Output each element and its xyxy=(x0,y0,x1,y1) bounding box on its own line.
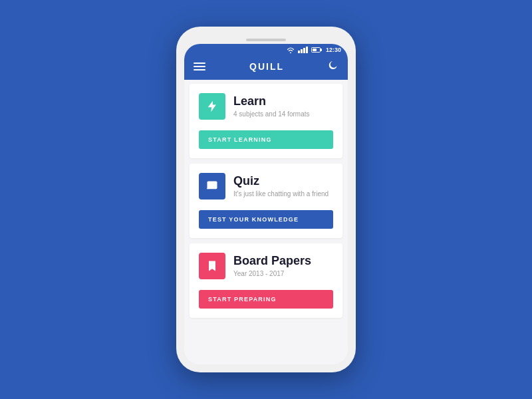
quiz-card: Quiz It's just like chatting with a frie… xyxy=(190,164,342,238)
learn-title: Learn xyxy=(233,95,310,108)
bookmark-icon xyxy=(205,259,219,273)
test-knowledge-button[interactable]: TEST YOUR KNOWLEDGE xyxy=(199,210,333,229)
app-title: QUILL xyxy=(249,61,284,72)
status-time: 12:30 xyxy=(326,47,341,53)
learn-subtitle: 4 subjects and 14 formats xyxy=(233,110,310,118)
board-papers-subtitle: Year 2013 - 2017 xyxy=(233,270,311,277)
wifi-icon xyxy=(287,47,295,53)
board-papers-card: Board Papers Year 2013 - 2017 START PREP… xyxy=(190,243,342,318)
signal-bars xyxy=(298,47,308,53)
quiz-icon-box xyxy=(199,173,225,200)
phone-frame: 12:30 QUILL xyxy=(176,27,356,372)
learn-card-top: Learn 4 subjects and 14 formats xyxy=(190,84,342,124)
quiz-title: Quiz xyxy=(233,175,329,188)
board-papers-title: Board Papers xyxy=(233,255,311,268)
learn-text-block: Learn 4 subjects and 14 formats xyxy=(233,95,310,118)
chat-icon xyxy=(205,180,219,193)
start-preparing-button[interactable]: START PREPARING xyxy=(199,290,333,309)
content-area: Learn 4 subjects and 14 formats START LE… xyxy=(184,80,348,364)
app-header: QUILL xyxy=(184,55,348,80)
phone-screen: 12:30 QUILL xyxy=(184,44,348,364)
board-papers-card-top: Board Papers Year 2013 - 2017 xyxy=(190,243,342,283)
start-learning-button[interactable]: START LEARNING xyxy=(199,130,333,149)
status-bar: 12:30 xyxy=(184,44,348,55)
quiz-text-block: Quiz It's just like chatting with a frie… xyxy=(233,175,329,198)
svg-rect-1 xyxy=(210,184,212,186)
profile-icon[interactable] xyxy=(328,60,338,73)
quiz-card-top: Quiz It's just like chatting with a frie… xyxy=(190,164,342,203)
phone-notch xyxy=(184,35,348,44)
learn-card: Learn 4 subjects and 14 formats START LE… xyxy=(190,84,342,158)
battery-icon xyxy=(311,47,321,53)
learn-icon-box xyxy=(199,93,225,120)
quiz-subtitle: It's just like chatting with a friend xyxy=(233,190,329,198)
menu-button[interactable] xyxy=(194,63,205,70)
lightning-icon xyxy=(205,100,219,113)
board-papers-icon-box xyxy=(199,253,225,279)
notch-bar xyxy=(246,39,286,41)
board-papers-text-block: Board Papers Year 2013 - 2017 xyxy=(233,255,311,277)
